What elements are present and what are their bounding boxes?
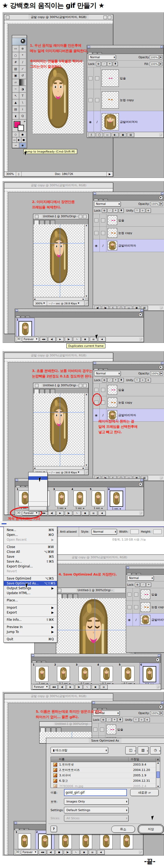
palette-tab[interactable]: [97, 52, 102, 54]
file-menu-item[interactable]: Export▶: [4, 610, 57, 615]
unify-visibility-icon[interactable]: ◎: [140, 208, 145, 213]
filename-input[interactable]: [64, 789, 127, 796]
1.토마토넷[interactable]: 1.토마토넷 2003.9.4: [51, 762, 156, 768]
close-box[interactable]: [58, 589, 61, 592]
palette-tab[interactable]: [99, 199, 103, 200]
link-cell[interactable]: [100, 383, 107, 396]
unify-style-icon[interactable]: ◍: [146, 208, 151, 213]
palette-grabber[interactable]: [15, 309, 144, 312]
pen-tool[interactable]: ▲: [12, 99, 19, 106]
imageready-button[interactable]: ◉: [19, 143, 26, 148]
animation-frame[interactable]: 6 1 sec.▼: [108, 488, 125, 510]
animation-frame[interactable]: 4 1 sec.▼: [71, 488, 89, 510]
lock-all-icon[interactable]: ◘: [119, 208, 124, 213]
prev-frame-button[interactable]: ◀|: [48, 337, 56, 342]
file-menu-item[interactable]: New...⌘N: [4, 528, 57, 532]
resize-grip[interactable]: [139, 512, 142, 515]
history-brush-tool[interactable]: ↺: [19, 72, 26, 79]
link-cell[interactable]: [133, 588, 139, 600]
lock-all-icon[interactable]: ◘: [119, 378, 124, 382]
doc-titlebar[interactable]: Untitled-1 @ 300%(Origi⋯: [33, 383, 88, 388]
dodge-tool[interactable]: ◑: [19, 86, 26, 92]
delete-frame-button[interactable]: ▤: [90, 511, 97, 516]
timing-dropdown[interactable]: -- / -- sec @ 28.8 Kbps ▼: [47, 470, 84, 475]
file-menu-item[interactable]: [4, 635, 57, 636]
delay-option[interactable]: [29, 506, 47, 510]
link-cell[interactable]: [99, 723, 106, 736]
next-frame-button[interactable]: |▶: [75, 685, 83, 689]
file-menu-item[interactable]: [4, 574, 57, 576]
timing-dropdown[interactable]: -- / -- sec @ 28.8 Kbps ▼: [47, 301, 84, 306]
quick-mask-button[interactable]: ●: [19, 132, 26, 137]
2.토마토토이즈[interactable]: 2.토마토토이즈 2004.11.20: [51, 768, 156, 773]
lock-transparency-icon[interactable]: ▨: [135, 583, 140, 587]
next-frame-button[interactable]: |▶: [65, 511, 72, 516]
tween-button[interactable]: ∿: [73, 337, 81, 342]
visibility-toggle[interactable]: [87, 89, 94, 111]
lock-image-icon[interactable]: ∕: [108, 208, 112, 213]
delay-option[interactable]: [29, 480, 47, 483]
close-box[interactable]: [35, 215, 38, 218]
play-button[interactable]: ▶: [56, 511, 64, 516]
lock-position-icon[interactable]: ✛: [146, 583, 151, 587]
file-menu-item[interactable]: [4, 615, 57, 617]
standard-screen-button[interactable]: ▭: [12, 137, 17, 143]
link-cell[interactable]: [133, 614, 139, 626]
unify-visibility-icon[interactable]: ◎: [139, 718, 144, 722]
file-menu-item[interactable]: [4, 596, 57, 597]
layer-mask-button[interactable]: ◯: [96, 133, 103, 137]
visibility-toggle[interactable]: [92, 723, 99, 736]
palette-tab[interactable]: [93, 52, 97, 54]
link-cell[interactable]: [94, 67, 100, 89]
file-menu-item[interactable]: Save⌘S: [4, 554, 57, 559]
menubar-item[interactable]: [26, 523, 31, 524]
format-dropdown[interactable]: Images Only▲ ▼: [64, 798, 128, 805]
new-layer-button[interactable]: ▣: [119, 133, 126, 137]
입술[interactable]: 입술: [87, 67, 163, 89]
background-color-swatch[interactable]: [18, 125, 24, 131]
tween-button[interactable]: ∿: [73, 511, 81, 516]
rewind-button[interactable]: ◀◀: [50, 685, 57, 689]
frame-delay-dropdown[interactable]: 1 sec.▼: [53, 507, 70, 509]
marquee-tool[interactable]: ▭: [12, 45, 19, 52]
prev-frame-button[interactable]: ◀|: [48, 511, 56, 516]
입술[interactable]: 입술: [93, 383, 164, 396]
palette-tab[interactable]: [136, 573, 141, 575]
file-menu-item[interactable]: Save As...⇧⌘S: [4, 559, 57, 564]
duplicate-frame-button[interactable]: ▣: [81, 337, 89, 342]
file-menu-item[interactable]: Place...: [4, 598, 57, 603]
status-arrow-icon[interactable]: ▶: [107, 172, 113, 176]
palette-tab[interactable]: [21, 486, 25, 487]
horizontal-scrollbar[interactable]: ◀▶: [33, 297, 85, 301]
location-dropdown[interactable]: ▮ 데스크탑▲ ▼: [50, 747, 108, 753]
move-tool[interactable]: ⊕: [19, 45, 26, 52]
scroll-up-icon[interactable]: ▲: [86, 224, 87, 226]
unify-position-icon[interactable]: ⚿: [134, 718, 138, 722]
palette-menu-icon[interactable]: ▶: [138, 482, 142, 486]
resize-grip[interactable]: [139, 850, 142, 854]
scroll-left-icon[interactable]: ◀: [98, 337, 106, 342]
link-cell[interactable]: [100, 239, 107, 252]
scroll-down-icon[interactable]: ▼: [86, 295, 87, 297]
zoom-box[interactable]: [79, 384, 82, 388]
line-tool[interactable]: \: [19, 99, 26, 106]
jump-arrow-icon[interactable]: →: [12, 143, 19, 148]
palette-tab[interactable]: [104, 199, 108, 200]
file-menu-item[interactable]: Revert: [4, 569, 57, 574]
delay-option[interactable]: [29, 476, 47, 480]
palette-tab[interactable]: [42, 661, 46, 662]
lasso-tool[interactable]: ○: [12, 52, 19, 59]
palette-grabber[interactable]: [31, 654, 161, 657]
눈썹 copy[interactable]: 눈썹 copy: [93, 227, 164, 239]
palette-tab[interactable]: [127, 573, 131, 575]
palette-tab[interactable]: [19, 828, 24, 830]
blend-mode-dropdown[interactable]: Normal▲ ▼: [94, 371, 121, 376]
height-field[interactable]: [153, 529, 162, 534]
loop-dropdown[interactable]: Forever▼: [22, 337, 39, 342]
menubar-item[interactable]: [21, 523, 26, 524]
path-select-tool[interactable]: ↖: [12, 92, 19, 99]
fullscreen-menubar-button[interactable]: ◧: [17, 137, 21, 143]
vertical-scrollbar[interactable]: ▲▼: [85, 224, 88, 297]
눈썹 copy[interactable]: 눈썹 copy: [93, 396, 164, 409]
file-menu-item[interactable]: Save Optimized As...⌥⇧⌘S: [4, 581, 57, 586]
